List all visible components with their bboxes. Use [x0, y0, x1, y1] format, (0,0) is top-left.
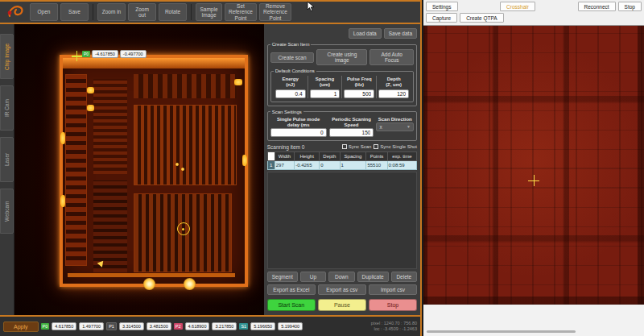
scanning-item-label: Scanning item 0 — [267, 144, 305, 150]
scan-list-empty-area[interactable] — [267, 172, 417, 269]
rotate-button[interactable]: Rotate — [159, 3, 187, 21]
bond-pad — [87, 105, 94, 111]
reference-y-value: -0.497700 — [120, 50, 147, 58]
table-corner-cell[interactable] — [267, 151, 275, 160]
horizontal-scrollbar[interactable] — [427, 330, 576, 333]
duplicate-button[interactable]: Duplicate — [357, 272, 389, 282]
sample-image-button[interactable]: Sample Image — [196, 3, 222, 21]
create-using-image-button[interactable]: Create using image — [316, 49, 367, 65]
apply-button[interactable]: Apply — [3, 321, 39, 332]
camera-stop-button[interactable]: Stop — [618, 2, 642, 11]
p0-x-value: 4.617850 — [52, 322, 76, 330]
remove-reference-point-button[interactable]: Remove Reference Point — [259, 3, 291, 21]
tab-laser[interactable]: Laser — [0, 137, 14, 182]
p1-y-value: 3.481500 — [147, 322, 171, 330]
live-camera-view[interactable] — [423, 25, 644, 305]
cell-width[interactable]: 297 — [275, 160, 294, 169]
periodic-speed-input[interactable] — [329, 128, 374, 137]
single-pulse-delay-input[interactable] — [270, 128, 327, 137]
export-csv-button[interactable]: Export as csv — [318, 284, 366, 295]
set-reference-point-button[interactable]: Set Reference Point — [225, 3, 257, 21]
die-block — [134, 74, 237, 98]
depth-label: Depth(Z, um) — [386, 77, 402, 88]
scan-direction-select[interactable]: x ▼ — [376, 122, 414, 131]
reference-badge: P0 — [82, 51, 90, 57]
bond-pad — [87, 87, 94, 93]
save-button[interactable]: Save — [60, 3, 89, 21]
p2-y-value: 3.217850 — [212, 322, 237, 330]
cell-depth[interactable]: 0 — [320, 160, 340, 169]
depth-input[interactable] — [378, 89, 409, 98]
sync-single-shot-checkbox[interactable]: Sync Single Shot — [374, 144, 417, 149]
stop-button[interactable]: Stop — [369, 299, 417, 311]
single-pulse-delay-label: Single Pulse mode delay (ms — [270, 117, 327, 128]
open-button[interactable]: Open — [30, 3, 58, 21]
sync-scan-checkbox[interactable]: Sync Scan — [342, 144, 372, 149]
cell-points[interactable]: 55510 — [366, 160, 387, 169]
row-index[interactable]: 1 — [267, 160, 275, 169]
col-points[interactable]: Points — [366, 151, 387, 160]
die-block — [93, 180, 127, 272]
main-content-row: Chip Image IR Cam Laser Webcam — [0, 24, 420, 315]
col-depth[interactable]: Depth — [320, 151, 340, 160]
spacing-label: Spacing(um) — [316, 77, 334, 88]
crosshair-toggle-button[interactable]: Crosshair — [500, 2, 535, 11]
camera-panel-footer — [423, 305, 644, 336]
col-height[interactable]: Height — [295, 151, 320, 160]
pause-button[interactable]: Pause — [318, 299, 366, 311]
segment-button[interactable]: Segment — [267, 272, 298, 282]
reconnect-button[interactable]: Reconnect — [578, 2, 616, 11]
tab-chip-image[interactable]: Chip Image — [0, 34, 14, 79]
create-scan-button[interactable]: Create scan — [270, 52, 315, 63]
col-spacing[interactable]: Spacing — [340, 151, 366, 160]
cell-exp-time[interactable]: 0:08:59 — [387, 160, 416, 169]
toolbar-divider — [93, 4, 93, 20]
default-conditions-title: Default Conditions — [274, 68, 316, 73]
scan-settings-title: Scan Settings — [270, 110, 303, 114]
camera-crosshair-marker — [528, 175, 539, 186]
cell-height[interactable]: -0.4265 — [295, 160, 320, 169]
settings-button[interactable]: Settings — [426, 2, 458, 11]
delete-button[interactable]: Delete — [391, 272, 417, 282]
down-button[interactable]: Down — [328, 272, 354, 282]
export-excel-button[interactable]: Export as Excel — [267, 284, 316, 295]
scan-items-table: Width Height Depth Spacing Points exp. t… — [267, 151, 417, 170]
pulse-freq-input[interactable] — [344, 89, 374, 98]
spacing-input[interactable] — [310, 89, 341, 98]
cursor-position-readout: pixel : 1240.70 : 756.80 loc : -3.4509 :… — [371, 321, 417, 332]
table-row[interactable]: 1 297 -0.4265 0 1 55510 0:08:59 — [267, 160, 416, 169]
cell-spacing[interactable]: 1 — [340, 160, 366, 169]
periodic-speed-label: Periodic Scaning Speed — [329, 117, 374, 128]
tab-ir-cam[interactable]: IR Cam — [0, 85, 14, 131]
tab-webcam[interactable]: Webcam — [0, 189, 14, 234]
create-qtpa-button[interactable]: Create QTPA — [460, 13, 504, 23]
p1-badge: P1 — [106, 322, 117, 330]
start-scan-button[interactable]: Start Scan — [267, 299, 316, 311]
reference-x-value: -4.617850 — [92, 50, 118, 58]
col-exp-time[interactable]: exp. time — [387, 151, 416, 160]
scan-direction-label: Scan Direction — [376, 117, 414, 122]
load-data-button[interactable]: Load data — [349, 28, 382, 39]
zoom-out-button[interactable]: Zoom out — [128, 3, 156, 21]
energy-input[interactable] — [275, 89, 306, 98]
zoom-in-button[interactable]: Zoom in — [97, 3, 126, 21]
chip-image-viewport[interactable]: P0 -4.617850 -0.497700 — [14, 24, 264, 315]
col-width[interactable]: Width — [275, 151, 294, 160]
p0-badge: P0 — [41, 323, 50, 330]
add-auto-focus-button[interactable]: Add Auto Focus — [369, 49, 414, 65]
mouse-cursor-icon — [307, 1, 315, 12]
die-block — [134, 105, 237, 185]
scan-settings-group: Scan Settings Single Pulse mode delay (m… — [267, 110, 417, 141]
bond-pad — [60, 195, 65, 207]
default-conditions-group: Default Conditions Energy(nJ) Spacing(um… — [270, 68, 414, 102]
energy-label: Energy(nJ) — [282, 77, 298, 88]
save-data-button[interactable]: Save data — [384, 28, 417, 39]
live-camera-panel: Settings Crosshair Reconnect Stop Captur… — [423, 0, 644, 336]
capture-button[interactable]: Capture — [426, 13, 457, 23]
loc-readout: loc : -3.4509 : -1.2463 — [371, 326, 417, 332]
checkbox-icon — [374, 144, 378, 149]
fiducial-circle — [184, 278, 196, 290]
up-button[interactable]: Up — [300, 272, 326, 282]
view-tab-strip: Chip Image IR Cam Laser Webcam — [0, 24, 14, 315]
import-csv-button[interactable]: Import csv — [369, 284, 417, 295]
